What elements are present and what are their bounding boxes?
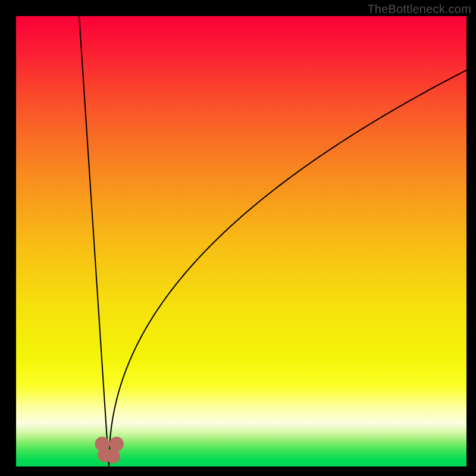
svg-point-4 — [109, 437, 124, 451]
watermark-text: TheBottleneck.com — [367, 2, 471, 16]
chart-frame: TheBottleneck.com — [0, 0, 476, 476]
chart-svg — [16, 16, 466, 466]
svg-point-3 — [106, 449, 120, 463]
plot-area — [16, 16, 466, 466]
